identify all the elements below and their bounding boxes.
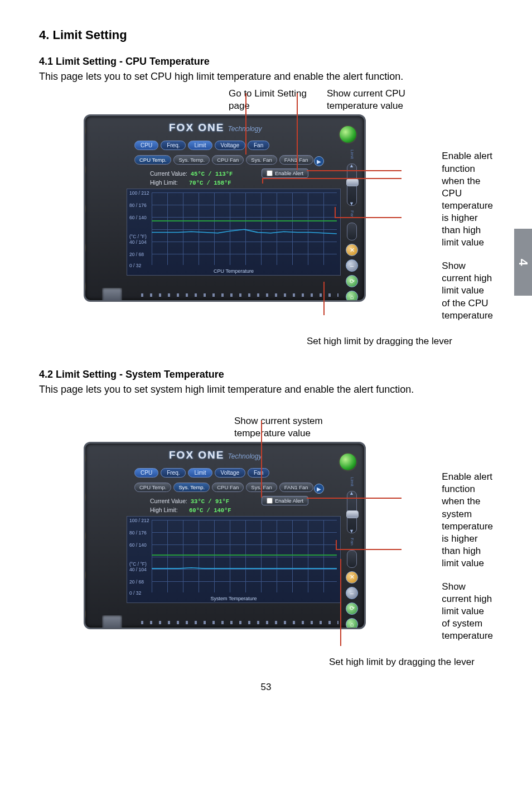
blurb-1: This page lets you to set CPU high limit…	[39, 70, 493, 83]
callout-goto-limit: Go to Limit Setting page	[229, 88, 307, 112]
refresh-icon[interactable]: ⟳	[346, 602, 358, 615]
tab-cpu[interactable]: CPU	[134, 141, 158, 150]
pointer-line	[262, 178, 263, 184]
right-side-controls: Limit ▲ ▼ Fan ✕ – ⟳ ⌂	[345, 476, 359, 629]
limit-slider-thumb[interactable]	[346, 179, 359, 186]
callout-drag-lever-2: Set high limit by dragging the lever	[329, 656, 493, 668]
trace-line	[152, 568, 337, 568]
tab-freq[interactable]: Freq.	[161, 141, 186, 150]
pointer-line	[340, 559, 341, 646]
pointer-line	[335, 207, 336, 218]
gauge-volts: 1.19 Volts (v)	[84, 479, 86, 515]
pointer-line	[307, 498, 402, 499]
callout-enable-alert-1: Enable alert function when the CPU tempe…	[442, 150, 493, 249]
gauge-freq: 2870.0 205 71.0	[84, 442, 86, 476]
enable-alert-checkbox[interactable]: Enable Alert	[262, 168, 308, 178]
fan-slider[interactable]	[347, 550, 357, 568]
home-icon[interactable]: ⌂	[346, 618, 358, 629]
subtab-sys-temp[interactable]: Sys. Temp.	[173, 155, 210, 165]
subtab-cpu-temp[interactable]: CPU Temp.	[134, 483, 171, 492]
page-side-tab: 4	[514, 229, 532, 296]
minimize-icon[interactable]: –	[346, 587, 358, 599]
pointer-line	[336, 549, 402, 550]
enable-alert-checkbox[interactable]: Enable Alert	[262, 496, 308, 505]
tab-voltage[interactable]: Voltage	[215, 141, 245, 150]
chart-sys-temp: 100 / 212 80 / 176 60 / 140 40 / 104 20 …	[127, 516, 341, 603]
pointer-line	[307, 170, 402, 171]
callout-show-sys-value: Show current system temperature value	[234, 415, 351, 440]
subtab-scroll-right-icon[interactable]: ▶	[314, 156, 324, 166]
top-tabs: CPU Freq. Limit Voltage Fan	[134, 468, 269, 478]
subtab-cpu-fan[interactable]: CPU Fan	[212, 483, 244, 492]
refresh-icon[interactable]: ⟳	[346, 275, 358, 287]
enable-alert-input[interactable]	[267, 170, 273, 176]
power-orb-icon[interactable]	[338, 125, 357, 144]
callout-high-limit-1: Show current high limit value of the CPU…	[442, 260, 493, 321]
callout-high-limit-2: Show current high limit value of system …	[442, 581, 493, 642]
subtab-sys-fan[interactable]: Sys. Fan	[246, 155, 277, 165]
limit-slider-thumb[interactable]	[346, 510, 359, 518]
subtab-fan1[interactable]: FAN1 Fan	[279, 483, 313, 492]
gauge-fan: 3667 Fan (rpm)	[84, 596, 86, 629]
resize-grip-icon	[141, 293, 338, 297]
gauge-fan: 3685 Fan (rpm)	[84, 269, 86, 302]
pointer-line	[297, 93, 298, 170]
blurb-2: This page lets you to set system high li…	[39, 383, 493, 396]
close-icon[interactable]: ✕	[346, 244, 358, 256]
pointer-line	[323, 282, 325, 315]
home-icon[interactable]: ⌂	[346, 291, 358, 302]
gauge-strip: 3485.0 205 71.0 1.31 Volts (v) 45°C Temp…	[84, 114, 86, 302]
gauge-settings-icon[interactable]	[84, 557, 86, 593]
screenshot-sys-limit: 2870.0 205 71.0 1.19 Volts (v) 36°C Temp…	[45, 442, 435, 629]
sub-heading-2: 4.2 Limit Setting - System Temperature	[39, 369, 493, 380]
close-icon[interactable]: ✕	[346, 571, 358, 584]
tab-fan[interactable]: Fan	[248, 468, 269, 478]
pointer-line	[261, 421, 262, 498]
tab-limit[interactable]: Limit	[188, 468, 212, 478]
gauge-temp: 36°C Temp (°C/°F)	[84, 518, 86, 554]
pointer-line	[335, 217, 402, 218]
callout-enable-alert-2: Enable alert function when the system te…	[442, 471, 493, 570]
sub-heading-1: 4.1 Limit Setting - CPU Temperature	[39, 56, 493, 68]
resize-grip-icon	[141, 621, 338, 624]
enable-alert-input[interactable]	[267, 498, 273, 504]
gauge-freq: 3485.0 205 71.0	[84, 114, 86, 148]
sub-tabs: CPU Temp. Sys. Temp. CPU Fan Sys. Fan FA…	[134, 483, 313, 492]
fan-slider[interactable]	[347, 223, 357, 240]
gauge-strip: 2870.0 205 71.0 1.19 Volts (v) 36°C Temp…	[84, 442, 86, 629]
chart-cpu-temp: 100 / 212 80 / 176 60 / 140 40 / 104 20 …	[127, 189, 341, 276]
brand-logo: FOX ONETechnology	[169, 122, 262, 134]
gauge-volts: 1.31 Volts (v)	[84, 152, 86, 187]
value-readout: Current Value: 45°C / 113°F High Limit: …	[150, 170, 233, 187]
brand-logo: FOX ONETechnology	[169, 449, 262, 461]
subtab-scroll-right-icon[interactable]: ▶	[314, 484, 324, 494]
top-tabs: CPU Freq. Limit Voltage Fan	[134, 141, 269, 150]
temp-trace	[152, 520, 337, 592]
temp-trace	[152, 192, 337, 265]
hinge-decoration	[102, 288, 122, 302]
gauge-temp: 45°C Temp (°C/°F)	[84, 191, 86, 226]
subtab-sys-temp[interactable]: Sys. Temp.	[173, 483, 210, 492]
subtab-cpu-temp[interactable]: CPU Temp.	[134, 155, 171, 165]
screenshot-cpu-limit: 3485.0 205 71.0 1.31 Volts (v) 45°C Temp…	[45, 114, 435, 302]
minimize-icon[interactable]: –	[346, 259, 358, 272]
sub-tabs: CPU Temp. Sys. Temp. CPU Fan Sys. Fan FA…	[134, 155, 313, 165]
page-number: 53	[39, 682, 493, 693]
hinge-decoration	[102, 615, 122, 629]
tab-fan[interactable]: Fan	[248, 141, 269, 150]
value-readout: Current Value: 33°C / 91°F High Limit: 6…	[150, 497, 231, 514]
callout-drag-lever-1: Set high limit by dragging the lever	[307, 335, 493, 348]
right-side-controls: Limit ▲ ▼ Fan ✕ – ⟳ ⌂	[345, 148, 359, 302]
power-orb-icon[interactable]	[338, 452, 357, 471]
pointer-line	[336, 540, 337, 550]
subtab-cpu-fan[interactable]: CPU Fan	[212, 155, 244, 165]
callout-show-cpu-value: Show current CPU temperature value	[327, 88, 427, 112]
section-title: 4. Limit Setting	[39, 28, 493, 42]
pointer-line	[262, 178, 402, 179]
gauge-settings-icon[interactable]	[84, 230, 86, 266]
tab-cpu[interactable]: CPU	[134, 468, 158, 478]
tab-voltage[interactable]: Voltage	[215, 468, 245, 478]
tab-limit[interactable]: Limit	[188, 141, 212, 150]
tab-freq[interactable]: Freq.	[161, 468, 186, 478]
pointer-line	[245, 93, 246, 155]
